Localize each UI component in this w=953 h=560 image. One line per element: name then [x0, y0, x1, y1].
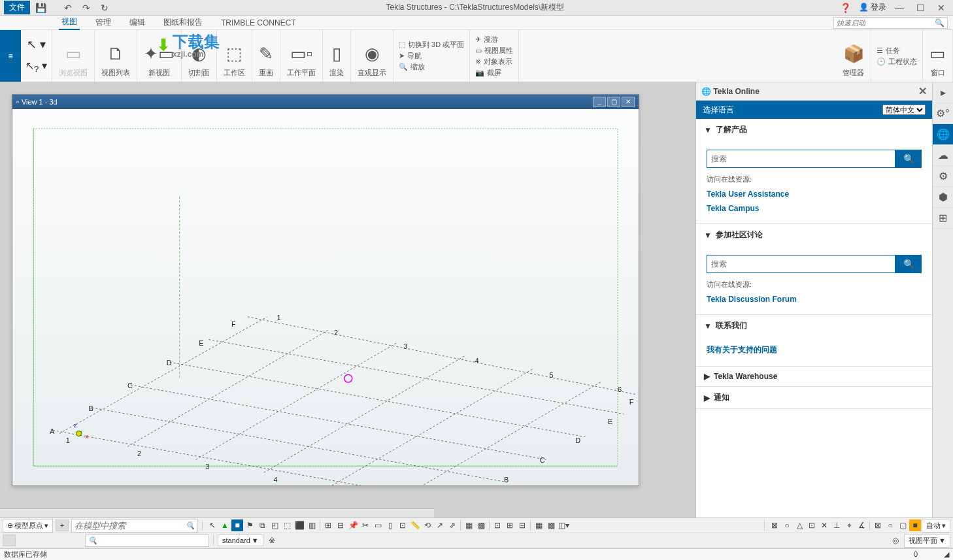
ribbon-navigate[interactable]: ➤ 导航: [399, 51, 464, 61]
h-scrollbar[interactable]: [0, 508, 434, 518]
tool-i-icon[interactable]: ⊡: [397, 519, 409, 531]
redo-icon[interactable]: ↷: [78, 3, 94, 13]
learn-search-button[interactable]: 🔍: [895, 150, 922, 168]
tool-c-icon[interactable]: ⬚: [281, 519, 293, 531]
sidetab-cloud-icon[interactable]: ☁: [933, 145, 953, 166]
auto-dropdown[interactable]: 自动▾: [922, 519, 950, 533]
tab-trimble[interactable]: TRIMBLE CONNECT: [218, 17, 299, 29]
cursor-select-icon[interactable]: ↖ ▾: [27, 37, 46, 52]
tool-cursor-icon[interactable]: ↖: [207, 519, 218, 531]
snap-l-icon[interactable]: ■: [909, 519, 921, 531]
tool-flag-icon[interactable]: ⚑: [244, 519, 256, 531]
snap-g-icon[interactable]: ⌖: [843, 519, 855, 531]
close-icon[interactable]: ✕: [933, 3, 949, 13]
tool-j-icon[interactable]: ⟲: [422, 519, 433, 531]
viewplane-dropdown[interactable]: 视图平面 ▼: [904, 534, 950, 548]
community-search-input[interactable]: [707, 255, 895, 273]
model-search[interactable]: 🔍: [71, 519, 198, 533]
blank-button[interactable]: [3, 535, 16, 546]
ribbon-task[interactable]: ☰ 任务: [877, 46, 917, 56]
tool-k-icon[interactable]: ↗: [434, 519, 446, 531]
secondary-search[interactable]: 🔍: [85, 535, 209, 547]
tool-o-icon[interactable]: ⊡: [492, 519, 503, 531]
minimize-icon[interactable]: —: [892, 3, 907, 13]
save-icon[interactable]: 💾: [33, 3, 48, 13]
status-resize-icon[interactable]: ◢: [944, 550, 949, 559]
snap-i-icon[interactable]: ⊠: [872, 519, 884, 531]
search-icon[interactable]: 🔍: [186, 521, 195, 530]
tool-a-icon[interactable]: ⧉: [256, 519, 268, 531]
link-support[interactable]: 我有关于支持的问题: [707, 342, 922, 358]
tool-p-icon[interactable]: ⊞: [504, 519, 516, 531]
standard-dropdown[interactable]: standard ▼: [218, 535, 263, 546]
tool-tri-icon[interactable]: ▲: [219, 519, 231, 531]
tab-view[interactable]: 视图: [59, 15, 80, 30]
view-max-icon[interactable]: ▢: [607, 97, 620, 107]
search-icon[interactable]: 🔍: [935, 18, 945, 27]
tool-l-icon[interactable]: ⇗: [446, 519, 458, 531]
ribbon-object-rep[interactable]: ※ 对象表示: [475, 57, 513, 67]
view-min-icon[interactable]: _: [593, 97, 606, 107]
tool-e-icon[interactable]: ⊞: [322, 519, 334, 531]
origin-dropdown[interactable]: ⊕ 模型原点 ▾: [3, 519, 53, 533]
section-warehouse[interactable]: ▶ Tekla Warehouse: [696, 367, 932, 386]
snap-f-icon[interactable]: ⊥: [831, 519, 843, 531]
section-notify[interactable]: ▶ 通知: [696, 387, 932, 408]
ribbon-view-props[interactable]: ▭ 视图属性: [475, 46, 513, 56]
ribbon-work-area[interactable]: ⬚工作区: [217, 30, 252, 82]
ribbon-redraw[interactable]: ✎重画: [252, 30, 280, 82]
ribbon-render[interactable]: ▯渲染: [323, 30, 351, 82]
cursor-help-icon[interactable]: ↖? ▾: [25, 59, 47, 74]
file-menu[interactable]: 文件: [4, 1, 30, 14]
ribbon-visual[interactable]: ◉直观显示: [351, 30, 393, 82]
sidepanel-close-icon[interactable]: ✕: [918, 85, 927, 97]
undo-icon[interactable]: ↶: [60, 3, 76, 13]
view-close-icon[interactable]: ✕: [622, 97, 635, 107]
sidetab-online-icon[interactable]: 🌐: [933, 124, 953, 145]
tool-q-icon[interactable]: ⊟: [516, 519, 528, 531]
add-button[interactable]: +: [56, 519, 69, 531]
link-user-assistance[interactable]: Tekla User Assistance: [707, 187, 922, 201]
sidetab-expand-icon[interactable]: ▸: [933, 82, 953, 103]
maximize-icon[interactable]: ☐: [912, 3, 928, 13]
link-discussion-forum[interactable]: Tekla Discussion Forum: [707, 292, 922, 306]
hatch-icon[interactable]: ※: [266, 535, 278, 546]
tool-cut-icon[interactable]: ✂: [359, 519, 371, 531]
ribbon-clip-plane[interactable]: ◐切割面: [182, 30, 217, 82]
tool-f-icon[interactable]: ⊟: [335, 519, 346, 531]
ribbon-new-view[interactable]: ✦▭新视图: [137, 30, 182, 82]
ribbon-manager[interactable]: 📦管理器: [836, 30, 871, 82]
quick-launch[interactable]: 🔍: [833, 17, 948, 29]
snap-d-icon[interactable]: ⊡: [806, 519, 818, 531]
snap-h-icon[interactable]: ∡: [856, 519, 867, 531]
snap-c-icon[interactable]: △: [794, 519, 805, 531]
section-learn[interactable]: ▼ 了解产品: [696, 119, 932, 140]
community-search-button[interactable]: 🔍: [895, 255, 922, 273]
tool-g-icon[interactable]: ▭: [372, 519, 384, 531]
snap-a-icon[interactable]: ⊠: [769, 519, 780, 531]
tool-b-icon[interactable]: ◰: [269, 519, 280, 531]
tab-edit[interactable]: 编辑: [127, 16, 148, 29]
sidetab-cube-icon[interactable]: ⬢: [933, 187, 953, 208]
sidetab-gear-icon[interactable]: ⚙: [933, 166, 953, 187]
tool-r-icon[interactable]: ◫▾: [558, 519, 569, 531]
ribbon-project-status[interactable]: 🕒 工程状态: [877, 57, 917, 67]
tab-drawings[interactable]: 图纸和报告: [161, 16, 205, 29]
view-titlebar[interactable]: ▫ View 1 - 3d _ ▢ ✕: [12, 95, 639, 109]
section-community[interactable]: ▼ 参加社区讨论: [696, 224, 932, 246]
tab-manage[interactable]: 管理: [93, 16, 114, 29]
tool-m-icon[interactable]: ▦: [463, 519, 475, 531]
tool-rule-icon[interactable]: 📏: [409, 519, 421, 531]
tool-n-icon[interactable]: ▩: [475, 519, 487, 531]
target-icon[interactable]: ◎: [890, 535, 901, 546]
tool-h-icon[interactable]: ▯: [384, 519, 396, 531]
tool-grid2-icon[interactable]: ▩: [545, 519, 557, 531]
login-button[interactable]: 👤 登录: [859, 2, 886, 13]
snap-k-icon[interactable]: ▢: [897, 519, 909, 531]
language-select[interactable]: 简体中文: [882, 105, 926, 115]
ribbon-zoom[interactable]: 🔍 缩放: [399, 62, 464, 72]
tool-square-icon[interactable]: ■: [231, 519, 243, 531]
tool-grid1-icon[interactable]: ▦: [533, 519, 544, 531]
quick-launch-input[interactable]: [837, 19, 935, 27]
ribbon-screenshot[interactable]: 📷 截屏: [475, 68, 513, 78]
